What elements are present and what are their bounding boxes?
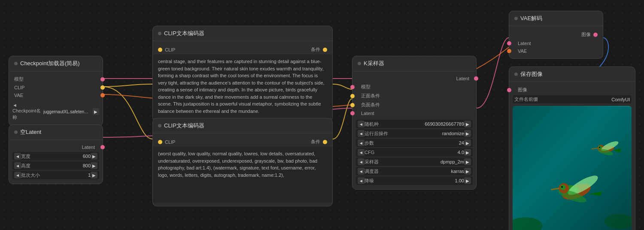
ksampler-latent-out-port[interactable] [474,76,478,81]
checkpoint-node: Checkpoint加载器(简易) 模型 CLIP VAE ◄ Checkpoi… [9,56,103,126]
seed-prev-btn[interactable]: ◄ [358,121,365,127]
scheduler-prev-btn[interactable]: ◄ [358,168,365,175]
seed-next-btn[interactable]: ▶ [464,121,471,127]
denoise-value: 1.00 [447,178,464,183]
vae-decode-latent-label: Latent [518,41,531,46]
vae-decode-node: VAE解码 图像 Latent VAE [509,11,603,59]
postrun-value: randomize [442,131,464,136]
checkpoint-vae-port[interactable] [100,93,105,97]
clip1-dot [158,32,161,35]
denoise-prev-btn[interactable]: ◄ [358,177,365,184]
seed-label: 随机种 [365,121,425,127]
ksampler-pos-port[interactable] [350,94,355,98]
steps-next-btn[interactable]: ▶ [464,139,471,146]
ksampler-latent-in-port[interactable] [350,111,355,115]
checkpoint-dot [14,62,18,65]
svg-rect-0 [513,106,632,230]
ksampler-pos-label: 正面条件 [361,93,380,99]
checkpoint-name-value[interactable]: juggernautXL.safetensors [43,109,91,114]
cfg-label: CFG [365,150,447,155]
clip2-header: CLIP文本编码器 [153,118,332,133]
ksampler-body: Latent 模型 正面条件 负面条件 Latent ◄ 随机种 6690308… [352,71,476,189]
ksampler-pos-row: 正面条件 [352,91,476,100]
empty-latent-title: 空Latent [20,128,41,136]
sampler-next-btn[interactable]: ▶ [464,158,471,165]
width-row: ◄ 宽度 600 ▶ [12,152,99,160]
ksampler-model-label: 模型 [361,84,371,90]
clip1-cond-port[interactable] [323,48,327,52]
checkpoint-clip-port[interactable] [100,85,105,90]
ksampler-steps-row: ◄ 步数 24 ▶ [356,139,473,147]
steps-prev-btn[interactable]: ◄ [358,139,365,146]
ksampler-title: K采样器 [364,60,384,67]
postrun-next-btn[interactable]: ▶ [464,130,471,137]
ksampler-neg-port[interactable] [350,103,355,107]
batch-next-btn[interactable]: ▶ [91,172,97,179]
vae-decode-image-port[interactable] [593,33,598,37]
ksampler-seed-row: ◄ 随机种 669030826667789 ▶ [356,120,473,128]
clip-node-1: CLIP文本编码器 CLIP 条件 central stage, and the… [152,26,333,122]
vae-decode-image-row: 图像 [509,30,603,39]
save-image-node: 保存图像 图像 文件名前缀 ComfyUI [509,67,635,230]
clip2-title: CLIP文本编码器 [164,122,204,130]
ksampler-params: ◄ 随机种 669030826667789 ▶ ◄ 运行后操作 randomiz… [352,120,476,185]
batch-value: 1 [73,172,91,178]
clip2-ports: CLIP 条件 [153,137,332,147]
clip2-clip-port[interactable] [158,140,162,144]
height-next-btn[interactable]: ▶ [91,162,97,169]
clip2-text[interactable]: (worst quality, low quality, normal qual… [153,147,332,203]
clip2-dot [158,124,161,127]
cfg-value: 4.0 [447,150,464,155]
postrun-prev-btn[interactable]: ◄ [358,130,365,137]
batch-row: ◄ 批次大小 1 ▶ [12,171,99,179]
empty-latent-dot [14,130,18,134]
sampler-label: 采样器 [365,159,440,165]
ksampler-denoise-row: ◄ 降噪 1.00 ▶ [356,176,473,185]
scheduler-next-btn[interactable]: ▶ [464,168,471,175]
clip1-clip-label: CLIP [165,47,175,52]
save-prefix-label: 文件名前缀 [514,96,611,103]
clip1-header: CLIP文本编码器 [153,26,332,41]
width-prev-btn[interactable]: ◄ [14,153,21,160]
sampler-prev-btn[interactable]: ◄ [358,158,365,165]
empty-latent-body: Latent ◄ 宽度 600 ▶ ◄ 高度 800 ▶ ◄ 批次大小 1 ▶ [9,140,103,184]
postrun-label: 运行后操作 [365,130,442,137]
clip2-cond-port[interactable] [323,140,327,144]
save-prefix-value[interactable]: ComfyUI [611,97,630,102]
clip2-body: CLIP 条件 (worst quality, low quality, nor… [153,133,332,206]
ksampler-dot [358,62,361,65]
ksampler-model-port[interactable] [350,85,355,89]
clip2-clip-label: CLIP [165,139,175,145]
cfg-next-btn[interactable]: ▶ [464,149,471,156]
checkpoint-next-btn[interactable]: ▶ [92,108,99,115]
width-next-btn[interactable]: ▶ [91,153,97,160]
height-value: 800 [73,163,91,168]
cfg-prev-btn[interactable]: ◄ [358,149,365,156]
vae-decode-vae-port[interactable] [507,49,511,53]
checkpoint-title: Checkpoint加载器(简易) [20,60,80,67]
save-image-port[interactable] [507,88,511,92]
ksampler-neg-label: 负面条件 [361,102,380,108]
empty-latent-header: 空Latent [9,125,103,140]
width-value: 600 [73,154,91,159]
batch-prev-btn[interactable]: ◄ [14,172,21,179]
vae-decode-dot [514,17,518,20]
vae-decode-latent-port[interactable] [507,41,511,45]
vae-decode-header: VAE解码 [509,11,603,26]
ksampler-neg-row: 负面条件 [352,100,476,109]
svg-point-8 [561,186,563,188]
checkpoint-name-label: ◄ Checkpoint名称 [12,103,42,121]
denoise-next-btn[interactable]: ▶ [464,177,471,184]
steps-label: 步数 [365,140,447,146]
checkpoint-header: Checkpoint加载器(简易) [9,56,103,71]
checkpoint-model-port[interactable] [100,77,105,82]
checkpoint-name-row: ◄ Checkpoint名称 juggernautXL.safetensors … [9,101,103,122]
svg-point-15 [599,147,600,148]
clip1-clip-port[interactable] [158,48,162,52]
save-image-body: 图像 文件名前缀 ComfyUI [509,82,635,230]
latent-output-port[interactable] [100,145,105,149]
checkpoint-clip-label: CLIP [14,85,24,90]
height-prev-btn[interactable]: ◄ [14,162,21,169]
clip1-text[interactable]: central stage, and their features are ca… [153,54,332,118]
checkpoint-body: 模型 CLIP VAE ◄ Checkpoint名称 juggernautXL.… [9,71,103,126]
